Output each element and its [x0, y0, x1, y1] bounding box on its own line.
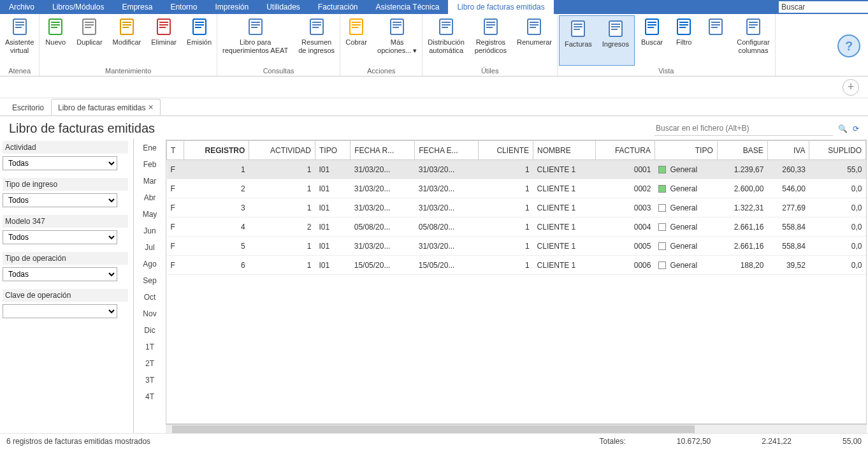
ribbon-btn-configurar-columnas[interactable]: Configurarcolumnas: [732, 14, 774, 67]
month-oct[interactable]: Oct: [134, 289, 166, 305]
filter-select[interactable]: Todas: [3, 156, 117, 170]
month-jun[interactable]: Jun: [134, 223, 166, 239]
ribbon-btn-label: Buscar: [641, 38, 663, 47]
cell-actividad: 1: [249, 160, 315, 179]
menu-item-asistencia-t-cnica[interactable]: Asistencia Técnica: [367, 0, 449, 14]
menu-item-empresa[interactable]: Empresa: [113, 0, 161, 14]
filter-select[interactable]: Todos: [3, 193, 117, 207]
svg-rect-6: [51, 24, 60, 26]
cell-fechar: 15/05/20...: [351, 256, 415, 275]
help-icon[interactable]: ?: [837, 34, 860, 57]
menu-item-impresi-n[interactable]: Impresión: [206, 0, 257, 14]
ribbon-btn-facturas[interactable]: Facturas: [560, 16, 597, 65]
svg-rect-37: [393, 22, 401, 23]
menu-item-archivo[interactable]: Archivo: [0, 0, 43, 14]
menu-item-libros-m-dulos[interactable]: Libros/Módulos: [43, 0, 113, 14]
month-1t[interactable]: 1T: [134, 339, 166, 355]
col-tipo[interactable]: TIPO: [655, 141, 717, 160]
ribbon-btn-cobrar[interactable]: Cobrar: [340, 14, 372, 67]
ribbon-btn-mas-opciones[interactable]: Másopciones... ▾: [372, 14, 422, 67]
ribbon-btn-distribucion[interactable]: Distribuciónautomática: [423, 14, 469, 67]
cell-base: 1.239,67: [717, 160, 767, 179]
month-abr[interactable]: Abr: [134, 189, 166, 206]
tab-escritorio[interactable]: Escritorio: [5, 100, 51, 115]
col-cliente[interactable]: CLIENTE: [479, 141, 533, 160]
col-tipo[interactable]: TIPO: [315, 141, 350, 160]
month-ago[interactable]: Ago: [134, 256, 166, 272]
mas-opciones-icon: [387, 17, 407, 37]
svg-rect-2: [15, 24, 24, 26]
ribbon-btn-eliminar[interactable]: Eliminar: [146, 14, 182, 67]
filter-select[interactable]: [3, 304, 117, 318]
ribbon-btn-libro-aeat[interactable]: Libro pararequerimientos AEAT: [217, 14, 293, 67]
tab-libro-de-facturas-emitidas[interactable]: Libro de facturas emitidas×: [51, 99, 161, 115]
filter-label: Tipo de ingreso: [3, 178, 128, 191]
menubar-search[interactable]: Buscar: [779, 1, 868, 13]
table-row[interactable]: F11I0131/03/20...31/03/20...1CLIENTE 100…: [167, 160, 866, 179]
ribbon-btn-filtro[interactable]: Filtro: [668, 14, 700, 67]
col-t[interactable]: T: [167, 141, 184, 160]
horizontal-scrollbar[interactable]: [166, 424, 867, 433]
table-row[interactable]: F61I0115/05/20...15/05/20...1CLIENTE 100…: [167, 256, 866, 275]
svg-rect-53: [574, 24, 582, 25]
refresh-icon[interactable]: ⟳: [853, 124, 859, 133]
cell-tipo2: General: [655, 217, 717, 237]
col-base[interactable]: BASE: [717, 141, 767, 160]
month-2t[interactable]: 2T: [134, 355, 166, 372]
col-nombre[interactable]: NOMBRE: [533, 141, 596, 160]
month-4t[interactable]: 4T: [134, 388, 166, 405]
ribbon-group-label: Vista: [558, 67, 775, 76]
filter-select[interactable]: Todos: [3, 230, 117, 244]
tipo-indicator-icon: [658, 223, 666, 231]
col-fecha-r-[interactable]: FECHA R...: [351, 141, 415, 160]
table-row[interactable]: F21I0131/03/20...31/03/20...1CLIENTE 100…: [167, 179, 866, 198]
ribbon-btn-registros-periodicos[interactable]: Registrosperiódicos: [470, 14, 512, 67]
ribbon-btn-resumen-ingresos[interactable]: Resumende ingresos: [293, 14, 340, 67]
ribbon-btn-modificar[interactable]: Modificar: [108, 14, 147, 67]
ribbon-btn-orden[interactable]: [700, 14, 732, 67]
menu-item-utilidades[interactable]: Utilidades: [257, 0, 309, 14]
registros-periodicos-icon: [481, 17, 501, 37]
table-row[interactable]: F31I0131/03/20...31/03/20...1CLIENTE 100…: [167, 198, 866, 217]
filter-label: Clave de operación: [3, 289, 128, 302]
menu-item-facturaci-n[interactable]: Facturación: [309, 0, 367, 14]
add-button[interactable]: +: [843, 79, 859, 96]
svg-rect-70: [711, 24, 720, 26]
month-jul[interactable]: Jul: [134, 239, 166, 256]
month-ene[interactable]: Ene: [134, 140, 166, 156]
ribbon-btn-buscar[interactable]: Buscar: [636, 14, 668, 67]
col-fecha-e-[interactable]: FECHA E...: [415, 141, 479, 160]
grid-wrap[interactable]: TREGISTROACTIVIDADTIPOFECHA R...FECHA E.…: [166, 140, 867, 424]
table-row[interactable]: F42I0105/08/20...05/08/20...1CLIENTE 100…: [167, 217, 866, 237]
col-suplido[interactable]: SUPLIDO: [809, 141, 866, 160]
ribbon-btn-label: Asistentevirtual: [5, 38, 34, 54]
search-icon[interactable]: 🔍: [838, 124, 848, 133]
ribbon-btn-emision[interactable]: Emisión: [182, 14, 217, 67]
month-sep[interactable]: Sep: [134, 272, 166, 289]
cell-suplido: 0,0: [809, 198, 866, 217]
month-feb[interactable]: Feb: [134, 156, 166, 173]
menu-item-libro-de-facturas-emitidas[interactable]: Libro de facturas emitidas: [448, 0, 553, 14]
menu-item-entorno[interactable]: Entorno: [161, 0, 206, 14]
main: ActividadTodasTipo de ingresoTodosModelo…: [0, 138, 868, 433]
col-factura[interactable]: FACTURA: [595, 141, 655, 160]
close-icon[interactable]: ×: [148, 102, 153, 112]
ribbon-btn-renumerar[interactable]: Renumerar: [512, 14, 557, 67]
table-row[interactable]: F51I0131/03/20...31/03/20...1CLIENTE 100…: [167, 237, 866, 256]
month-mar[interactable]: Mar: [134, 173, 166, 189]
month-may[interactable]: May: [134, 206, 166, 223]
ribbon-btn-ingresos[interactable]: Ingresos: [597, 16, 634, 65]
month-nov[interactable]: Nov: [134, 305, 166, 322]
col-registro[interactable]: REGISTRO: [184, 141, 249, 160]
cell-nombre: CLIENTE 1: [533, 237, 596, 256]
svg-rect-65: [679, 22, 688, 23]
ribbon-btn-nuevo[interactable]: Nuevo: [40, 14, 71, 67]
ribbon-btn-asistente[interactable]: Asistentevirtual: [0, 14, 39, 67]
filter-select[interactable]: Todas: [3, 267, 117, 281]
month-dic[interactable]: Dic: [134, 322, 166, 339]
month-3t[interactable]: 3T: [134, 372, 166, 388]
col-actividad[interactable]: ACTIVIDAD: [249, 141, 315, 160]
ribbon-btn-duplicar[interactable]: Duplicar: [71, 14, 107, 67]
col-iva[interactable]: IVA: [767, 141, 809, 160]
search-input[interactable]: [655, 122, 833, 136]
